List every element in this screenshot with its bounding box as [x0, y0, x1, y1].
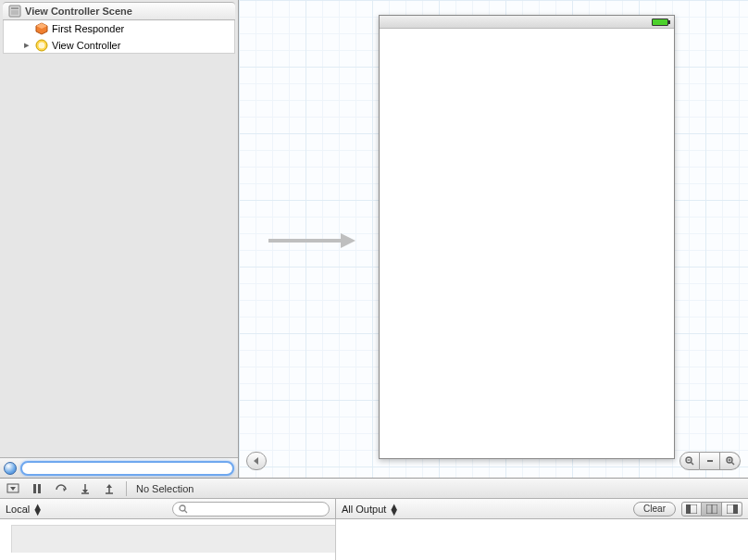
updown-icon: ▲▼ [389, 504, 399, 515]
scene-title: View Controller Scene [25, 6, 132, 17]
step-into-icon [79, 482, 92, 495]
console-filter-bar: Local ▲▼ All Output ▲▼ Clear [0, 499, 748, 519]
zoom-fit-button[interactable] [700, 452, 720, 470]
zoom-in-button[interactable] [720, 452, 741, 470]
show-variables-only-button[interactable] [681, 502, 702, 516]
svg-line-11 [691, 462, 693, 465]
show-both-panes-button[interactable] [702, 502, 722, 516]
toggle-debug-drawer-button[interactable] [6, 481, 20, 496]
zoom-out-button[interactable] [679, 452, 700, 470]
output-scope-label: All Output [342, 504, 386, 515]
variables-search-field[interactable] [172, 502, 330, 516]
svg-point-6 [39, 42, 45, 48]
separator [126, 481, 127, 496]
filter-scope-icon[interactable] [4, 462, 17, 475]
svg-rect-32 [686, 504, 691, 514]
both-panes-icon [706, 504, 717, 514]
svg-rect-13 [707, 460, 713, 462]
pause-button[interactable] [30, 481, 44, 496]
variables-search-input[interactable] [191, 504, 323, 515]
svg-rect-20 [33, 484, 36, 493]
view-controller-scene-frame[interactable] [379, 15, 675, 459]
outline-row-view-controller[interactable]: ▸ View Controller [3, 37, 235, 54]
disclosure-triangle-icon[interactable]: ▸ [22, 39, 31, 51]
document-outline-panel: View Controller Scene First Responder ▸ … [0, 0, 239, 478]
storyboard-scene-icon [8, 5, 21, 18]
debug-bar: No Selection [0, 479, 748, 499]
outline-item-label: View Controller [52, 40, 120, 51]
zoom-fit-icon [705, 456, 715, 466]
console-body [0, 519, 748, 560]
drawer-collapse-icon [6, 482, 19, 495]
variables-pane[interactable] [0, 519, 336, 560]
view-controller-icon [35, 39, 48, 52]
svg-rect-2 [11, 10, 19, 15]
svg-marker-19 [10, 487, 16, 491]
first-responder-icon [35, 22, 48, 35]
svg-rect-36 [733, 504, 738, 514]
canvas-back-control [246, 452, 267, 470]
variables-inner-box [11, 525, 335, 553]
step-out-button[interactable] [102, 481, 117, 496]
pause-icon [31, 482, 44, 495]
console-output-filter-area: All Output ▲▼ Clear [336, 499, 748, 518]
device-view [379, 15, 675, 459]
initial-scene-arrow-icon [268, 231, 356, 250]
svg-line-30 [184, 510, 187, 513]
zoom-out-icon [685, 456, 694, 466]
updown-icon: ▲▼ [32, 504, 43, 515]
search-icon [179, 504, 188, 514]
console-output-pane[interactable] [336, 519, 748, 560]
svg-marker-8 [341, 233, 355, 248]
variables-scope-popup[interactable]: Local ▲▼ [6, 504, 43, 515]
step-into-button[interactable] [78, 481, 93, 496]
step-out-icon [103, 482, 116, 495]
console-pane-toggle [681, 502, 742, 516]
svg-rect-1 [11, 7, 19, 9]
triangle-left-icon [252, 456, 261, 466]
outline-row-first-responder[interactable]: First Responder [3, 20, 235, 37]
variables-scope-label: Local [6, 504, 30, 515]
svg-marker-9 [254, 457, 258, 465]
svg-rect-21 [38, 484, 41, 493]
outline-list: View Controller Scene First Responder ▸ … [0, 0, 238, 457]
step-over-icon [55, 482, 68, 495]
step-over-button[interactable] [54, 481, 69, 496]
left-pane-icon [686, 504, 697, 514]
canvas-zoom-controls [679, 452, 741, 470]
canvas-back-button[interactable] [246, 452, 267, 470]
outline-filter-input[interactable] [20, 461, 234, 476]
zoom-in-icon [726, 456, 735, 466]
status-bar [380, 16, 674, 29]
battery-icon [652, 19, 668, 26]
storyboard-canvas[interactable] [239, 0, 748, 478]
clear-console-button[interactable]: Clear [633, 502, 676, 516]
variables-filter-area: Local ▲▼ [0, 499, 336, 518]
show-console-only-button[interactable] [722, 502, 742, 516]
output-scope-popup[interactable]: All Output ▲▼ [342, 504, 399, 515]
svg-marker-27 [106, 484, 112, 488]
outline-item-label: First Responder [52, 23, 124, 34]
thread-jump-bar[interactable]: No Selection [136, 483, 193, 494]
scene-header[interactable]: View Controller Scene [3, 2, 235, 20]
right-pane-icon [727, 504, 738, 514]
svg-line-15 [731, 462, 734, 465]
outline-filter-bar [0, 457, 238, 478]
